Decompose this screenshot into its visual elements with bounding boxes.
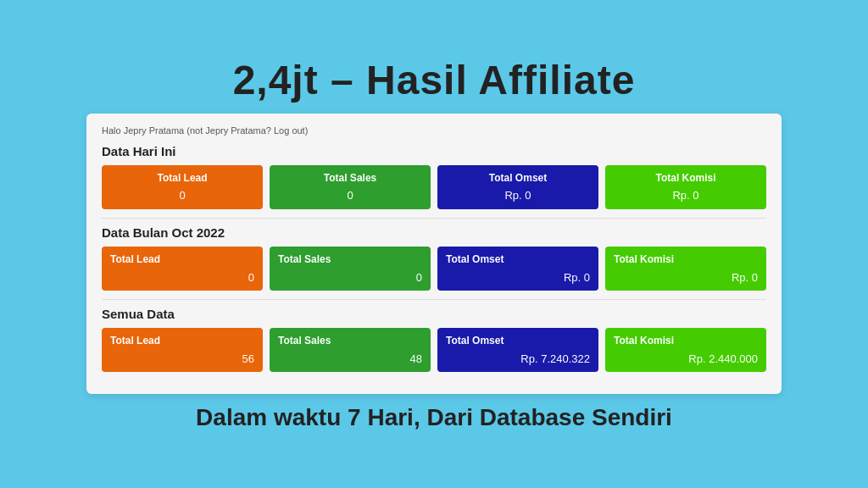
stats-grid-semua: Total Lead 56 Total Sales 48 Total Omset…	[102, 328, 766, 372]
stat-total-omset-semua: Total Omset Rp. 7.240.322	[437, 328, 598, 372]
divider	[102, 299, 766, 300]
stat-value: Rp. 0	[446, 189, 590, 202]
section-title-bulan: Data Bulan Oct 2022	[102, 225, 766, 240]
stat-label: Total Komisi	[614, 253, 758, 265]
stat-total-komisi-bulan: Total Komisi Rp. 0	[605, 247, 766, 291]
stat-value: Rp. 0	[446, 271, 590, 284]
stat-total-lead-bulan: Total Lead 0	[102, 247, 263, 291]
stat-total-sales-bulan: Total Sales 0	[270, 247, 431, 291]
stat-value: 0	[110, 271, 254, 284]
stat-label: Total Omset	[446, 172, 590, 184]
stat-total-lead-semua: Total Lead 56	[102, 328, 263, 372]
stat-value: 0	[110, 189, 254, 202]
stat-label: Total Sales	[278, 172, 422, 184]
section-title-hari-ini: Data Hari Ini	[102, 144, 766, 158]
stat-value: Rp. 0	[614, 271, 758, 284]
stat-total-komisi-hari-ini: Total Komisi Rp. 0	[605, 165, 766, 209]
stat-label: Total Omset	[446, 335, 590, 347]
stat-total-omset-hari-ini: Total Omset Rp. 0	[437, 165, 598, 209]
stat-total-omset-bulan: Total Omset Rp. 0	[437, 247, 598, 291]
stat-label: Total Komisi	[614, 335, 758, 347]
stat-label: Total Omset	[446, 253, 590, 265]
stat-total-sales-hari-ini: Total Sales 0	[270, 165, 431, 209]
stat-value: 56	[110, 352, 254, 365]
stat-value: 0	[278, 189, 422, 202]
stat-total-sales-semua: Total Sales 48	[270, 328, 431, 372]
stat-label: Total Lead	[110, 172, 254, 184]
stat-label: Total Sales	[278, 335, 422, 347]
stat-value: Rp. 2.440.000	[614, 352, 758, 365]
page-subtitle: Dalam waktu 7 Hari, Dari Database Sendir…	[196, 404, 672, 431]
stat-value: Rp. 0	[614, 189, 758, 202]
greeting-text: Halo Jepry Pratama (not Jepry Pratama? L…	[102, 125, 766, 136]
page-title: 2,4jt – Hasil Affiliate	[233, 57, 636, 103]
stat-total-lead-hari-ini: Total Lead 0	[102, 165, 263, 209]
stats-grid-bulan: Total Lead 0 Total Sales 0 Total Omset R…	[102, 247, 766, 291]
divider	[102, 218, 766, 219]
stat-value: 48	[278, 352, 422, 365]
stat-label: Total Sales	[278, 253, 422, 265]
stats-grid-hari-ini: Total Lead 0 Total Sales 0 Total Omset R…	[102, 165, 766, 209]
stat-label: Total Komisi	[614, 172, 758, 184]
stat-label: Total Lead	[110, 335, 254, 347]
section-title-semua: Semua Data	[102, 307, 766, 321]
stat-value: 0	[278, 271, 422, 284]
dashboard-card: Halo Jepry Pratama (not Jepry Pratama? L…	[86, 114, 782, 394]
stat-total-komisi-semua: Total Komisi Rp. 2.440.000	[605, 328, 766, 372]
stat-label: Total Lead	[110, 253, 254, 265]
stat-value: Rp. 7.240.322	[446, 352, 590, 365]
